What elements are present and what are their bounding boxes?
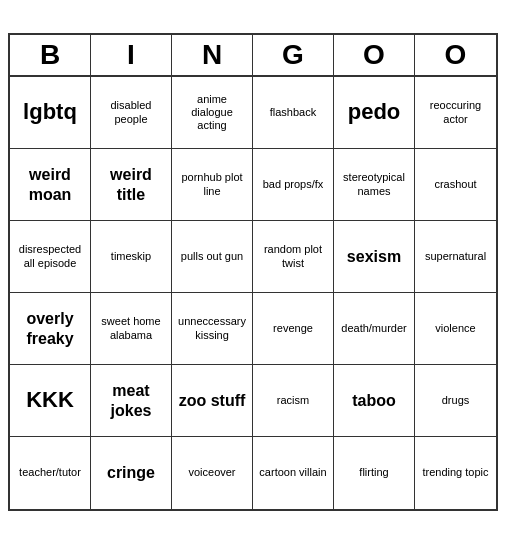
bingo-cell: bad props/fx (253, 149, 334, 221)
bingo-cell: taboo (334, 365, 415, 437)
bingo-cell: flirting (334, 437, 415, 509)
bingo-cell: disrespected all episode (10, 221, 91, 293)
bingo-cell: violence (415, 293, 496, 365)
bingo-cell: pornhub plot line (172, 149, 253, 221)
header-letter: N (172, 35, 253, 75)
bingo-cell: flashback (253, 77, 334, 149)
bingo-cell: trending topic (415, 437, 496, 509)
bingo-cell: weird moan (10, 149, 91, 221)
cell-text: anime dialogue acting (176, 93, 248, 133)
cell-text: reoccuring actor (419, 99, 492, 125)
cell-text: random plot twist (257, 243, 329, 269)
bingo-cell: zoo stuff (172, 365, 253, 437)
bingo-cell: KKK (10, 365, 91, 437)
bingo-cell: pulls out gun (172, 221, 253, 293)
bingo-cell: supernatural (415, 221, 496, 293)
bingo-cell: racism (253, 365, 334, 437)
bingo-cell: voiceover (172, 437, 253, 509)
bingo-cell: pedo (334, 77, 415, 149)
cell-text: bad props/fx (263, 178, 324, 191)
header-letter: O (334, 35, 415, 75)
bingo-cell: anime dialogue acting (172, 77, 253, 149)
cell-text: crashout (434, 178, 476, 191)
bingo-cell: cartoon villain (253, 437, 334, 509)
bingo-cell: stereotypical names (334, 149, 415, 221)
bingo-header: BINGOO (10, 35, 496, 77)
cell-text: death/murder (341, 322, 406, 335)
cell-text: disrespected all episode (14, 243, 86, 269)
cell-text: weird title (95, 165, 167, 203)
cell-text: cartoon villain (259, 466, 326, 479)
header-letter: B (10, 35, 91, 75)
cell-text: violence (435, 322, 475, 335)
cell-text: flashback (270, 106, 316, 119)
bingo-cell: timeskip (91, 221, 172, 293)
cell-text: revenge (273, 322, 313, 335)
bingo-cell: weird title (91, 149, 172, 221)
cell-text: pornhub plot line (176, 171, 248, 197)
cell-text: meat jokes (95, 381, 167, 419)
cell-text: drugs (442, 394, 470, 407)
bingo-cell: random plot twist (253, 221, 334, 293)
cell-text: cringe (107, 463, 155, 482)
cell-text: disabled people (95, 99, 167, 125)
bingo-cell: cringe (91, 437, 172, 509)
cell-text: stereotypical names (338, 171, 410, 197)
bingo-cell: revenge (253, 293, 334, 365)
cell-text: flirting (359, 466, 388, 479)
cell-text: pedo (348, 99, 401, 125)
cell-text: pulls out gun (181, 250, 243, 263)
cell-text: zoo stuff (179, 391, 246, 410)
bingo-grid: lgbtqdisabled peopleanime dialogue actin… (10, 77, 496, 509)
cell-text: trending topic (422, 466, 488, 479)
cell-text: timeskip (111, 250, 151, 263)
cell-text: racism (277, 394, 309, 407)
cell-text: lgbtq (23, 99, 77, 125)
bingo-cell: unneccessary kissing (172, 293, 253, 365)
cell-text: supernatural (425, 250, 486, 263)
cell-text: voiceover (188, 466, 235, 479)
bingo-cell: overly freaky (10, 293, 91, 365)
cell-text: unneccessary kissing (176, 315, 248, 341)
cell-text: taboo (352, 391, 396, 410)
bingo-cell: reoccuring actor (415, 77, 496, 149)
cell-text: sweet home alabama (95, 315, 167, 341)
cell-text: overly freaky (14, 309, 86, 347)
bingo-card: BINGOO lgbtqdisabled peopleanime dialogu… (8, 33, 498, 511)
bingo-cell: drugs (415, 365, 496, 437)
cell-text: sexism (347, 247, 401, 266)
header-letter: O (415, 35, 496, 75)
bingo-cell: sexism (334, 221, 415, 293)
header-letter: G (253, 35, 334, 75)
cell-text: weird moan (14, 165, 86, 203)
bingo-cell: meat jokes (91, 365, 172, 437)
bingo-cell: crashout (415, 149, 496, 221)
cell-text: teacher/tutor (19, 466, 81, 479)
bingo-cell: death/murder (334, 293, 415, 365)
bingo-cell: lgbtq (10, 77, 91, 149)
bingo-cell: teacher/tutor (10, 437, 91, 509)
bingo-cell: disabled people (91, 77, 172, 149)
cell-text: KKK (26, 387, 74, 413)
header-letter: I (91, 35, 172, 75)
bingo-cell: sweet home alabama (91, 293, 172, 365)
